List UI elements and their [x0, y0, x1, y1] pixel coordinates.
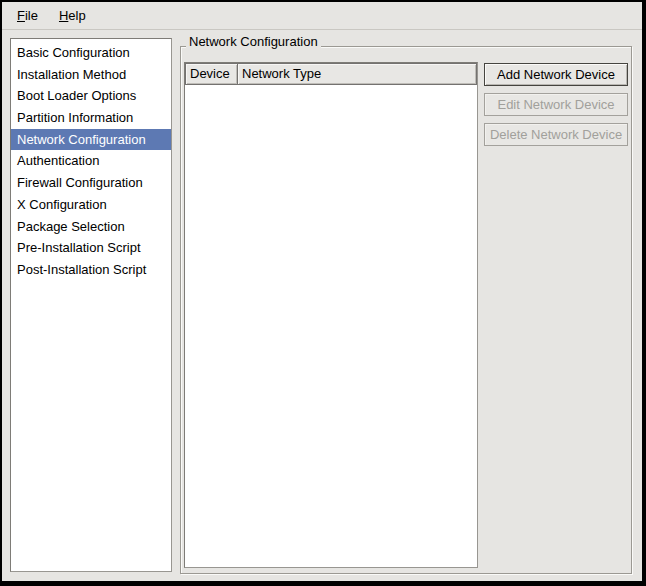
network-device-list-body [185, 85, 477, 567]
column-header-device[interactable]: Device [185, 63, 238, 85]
sidebar-item-installation-method[interactable]: Installation Method [11, 64, 171, 86]
sidebar-item-x-configuration[interactable]: X Configuration [11, 194, 171, 216]
kickstart-configurator-window: File Help Basic Configuration Installati… [0, 0, 646, 586]
sidebar-item-post-installation-script[interactable]: Post-Installation Script [11, 259, 171, 281]
table-header-row: Device Network Type [185, 63, 477, 85]
delete-network-device-button: Delete Network Device [484, 123, 628, 146]
sidebar-item-boot-loader-options[interactable]: Boot Loader Options [11, 85, 171, 107]
config-section-list: Basic Configuration Installation Method … [10, 38, 172, 572]
add-network-device-button[interactable]: Add Network Device [484, 63, 628, 86]
network-device-table: Device Network Type [184, 62, 478, 568]
menu-help[interactable]: Help [53, 5, 92, 26]
sidebar-item-firewall-configuration[interactable]: Firewall Configuration [11, 172, 171, 194]
sidebar-item-pre-installation-script[interactable]: Pre-Installation Script [11, 237, 171, 259]
sidebar-item-basic-configuration[interactable]: Basic Configuration [11, 42, 171, 64]
menubar: File Help [2, 2, 642, 30]
sidebar-item-network-configuration[interactable]: Network Configuration [11, 129, 171, 151]
frame-title: Network Configuration [186, 33, 321, 50]
sidebar-item-authentication[interactable]: Authentication [11, 150, 171, 172]
menu-file[interactable]: File [11, 5, 44, 26]
sidebar-item-partition-information[interactable]: Partition Information [11, 107, 171, 129]
column-header-network-type[interactable]: Network Type [237, 63, 477, 85]
edit-network-device-button: Edit Network Device [484, 93, 628, 116]
network-configuration-frame: Network Configuration Device Network Typ… [180, 46, 632, 574]
sidebar-item-package-selection[interactable]: Package Selection [11, 216, 171, 238]
